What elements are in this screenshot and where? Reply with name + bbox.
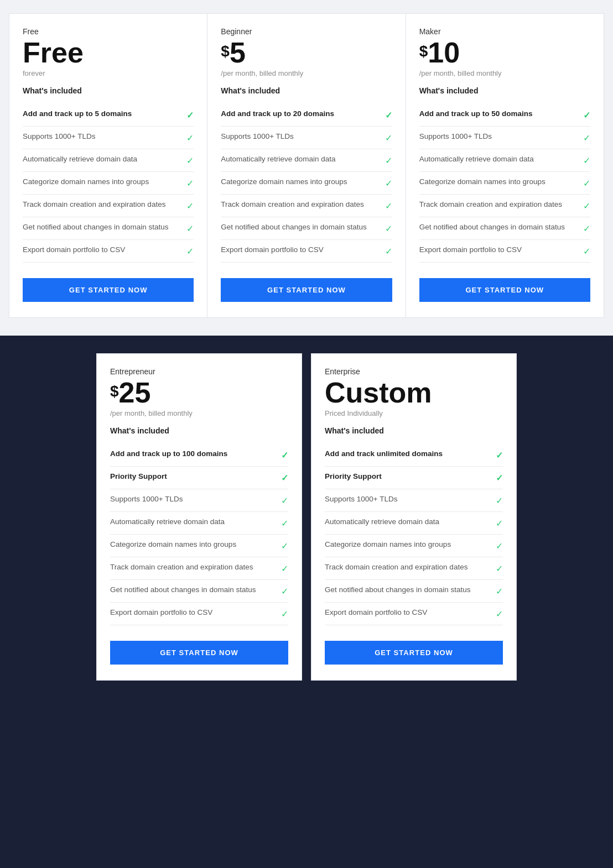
check-icon: ✓ — [281, 450, 288, 461]
check-icon: ✓ — [583, 201, 590, 211]
maker-plan-subtitle: /per month, billed monthly — [419, 69, 590, 77]
entrepreneur-feature-2: Priority Support ✓ — [110, 467, 288, 489]
entrepreneur-plan-subtitle: /per month, billed monthly — [110, 409, 288, 417]
enterprise-feature-5: Categorize domain names into groups ✓ — [325, 535, 503, 557]
enterprise-whats-included: What's included — [325, 426, 503, 437]
enterprise-feature-6: Track domain creation and expiration dat… — [325, 557, 503, 580]
check-icon: ✓ — [496, 586, 503, 597]
beginner-currency: $ — [221, 44, 230, 59]
check-icon: ✓ — [583, 246, 590, 257]
maker-currency: $ — [419, 44, 428, 59]
enterprise-plan-label: Enterprise — [325, 367, 503, 376]
check-icon: ✓ — [496, 563, 503, 574]
check-icon: ✓ — [385, 223, 392, 234]
entrepreneur-feature-7: Get notified about changes in domain sta… — [110, 580, 288, 603]
check-icon: ✓ — [385, 110, 392, 121]
check-icon: ✓ — [385, 133, 392, 143]
entrepreneur-feature-3: Supports 1000+ TLDs ✓ — [110, 489, 288, 512]
free-plan-subtitle: forever — [23, 69, 194, 77]
free-feature-1: Add and track up to 5 domains ✓ — [23, 104, 194, 127]
entrepreneur-currency: $ — [110, 384, 119, 399]
free-plan-price: Free — [23, 38, 194, 67]
free-feature-3: Automatically retrieve domain data ✓ — [23, 149, 194, 172]
entrepreneur-feature-5: Categorize domain names into groups ✓ — [110, 535, 288, 557]
free-feature-2: Supports 1000+ TLDs ✓ — [23, 127, 194, 149]
free-whats-included: What's included — [23, 86, 194, 97]
free-feature-7: Export domain portfolio to CSV ✓ — [23, 240, 194, 263]
maker-feature-5: Track domain creation and expiration dat… — [419, 195, 590, 217]
beginner-feature-6: Get notified about changes in domain sta… — [221, 217, 392, 240]
free-feature-5: Track domain creation and expiration dat… — [23, 195, 194, 217]
enterprise-feature-1: Add and track unlimited domains ✓ — [325, 444, 503, 467]
bottom-section: Entrepreneur $25 /per month, billed mont… — [0, 336, 613, 703]
beginner-plan-subtitle: /per month, billed monthly — [221, 69, 392, 77]
check-icon: ✓ — [281, 473, 288, 483]
entrepreneur-feature-1: Add and track up to 100 domains ✓ — [110, 444, 288, 467]
maker-feature-7: Export domain portfolio to CSV ✓ — [419, 240, 590, 263]
check-icon: ✓ — [496, 609, 503, 619]
maker-feature-3: Automatically retrieve domain data ✓ — [419, 149, 590, 172]
enterprise-get-started-button[interactable]: GET STARTED NOW — [325, 641, 503, 665]
beginner-feature-7: Export domain portfolio to CSV ✓ — [221, 240, 392, 263]
check-icon: ✓ — [385, 201, 392, 211]
check-icon: ✓ — [281, 495, 288, 506]
check-icon: ✓ — [385, 246, 392, 257]
enterprise-card: Enterprise Custom Priced Individually Wh… — [311, 353, 517, 681]
maker-feature-1: Add and track up to 50 domains ✓ — [419, 104, 590, 127]
check-icon: ✓ — [281, 518, 288, 529]
check-icon: ✓ — [496, 541, 503, 551]
beginner-feature-5: Track domain creation and expiration dat… — [221, 195, 392, 217]
maker-feature-4: Categorize domain names into groups ✓ — [419, 172, 590, 195]
check-icon: ✓ — [583, 133, 590, 143]
beginner-feature-1: Add and track up to 20 domains ✓ — [221, 104, 392, 127]
maker-feature-2: Supports 1000+ TLDs ✓ — [419, 127, 590, 149]
check-icon: ✓ — [583, 155, 590, 166]
check-icon: ✓ — [186, 223, 194, 234]
free-feature-list: Add and track up to 5 domains ✓ Supports… — [23, 104, 194, 263]
beginner-feature-list: Add and track up to 20 domains ✓ Support… — [221, 104, 392, 263]
maker-get-started-button[interactable]: GET STARTED NOW — [419, 278, 590, 302]
entrepreneur-plan-price: $25 — [110, 378, 288, 407]
check-icon: ✓ — [496, 473, 503, 483]
check-icon: ✓ — [583, 223, 590, 234]
free-feature-6: Get notified about changes in domain sta… — [23, 217, 194, 240]
check-icon: ✓ — [281, 609, 288, 619]
entrepreneur-feature-list: Add and track up to 100 domains ✓ Priori… — [110, 444, 288, 625]
entrepreneur-feature-8: Export domain portfolio to CSV ✓ — [110, 603, 288, 625]
top-cards-row: Free Free forever What's included Add an… — [9, 13, 604, 318]
beginner-plan-price: $5 — [221, 38, 392, 67]
beginner-feature-2: Supports 1000+ TLDs ✓ — [221, 127, 392, 149]
check-icon: ✓ — [583, 110, 590, 121]
top-section: Free Free forever What's included Add an… — [0, 0, 613, 336]
check-icon: ✓ — [281, 563, 288, 574]
enterprise-feature-4: Automatically retrieve domain data ✓ — [325, 512, 503, 535]
check-icon: ✓ — [186, 178, 194, 189]
check-icon: ✓ — [583, 178, 590, 189]
check-icon: ✓ — [496, 450, 503, 461]
entrepreneur-feature-4: Automatically retrieve domain data ✓ — [110, 512, 288, 535]
beginner-whats-included: What's included — [221, 86, 392, 97]
entrepreneur-feature-6: Track domain creation and expiration dat… — [110, 557, 288, 580]
check-icon: ✓ — [281, 586, 288, 597]
enterprise-plan-subtitle: Priced Individually — [325, 409, 503, 417]
entrepreneur-plan-label: Entrepreneur — [110, 367, 288, 376]
check-icon: ✓ — [281, 541, 288, 551]
maker-card: Maker $10 /per month, billed monthly Wha… — [406, 13, 604, 318]
enterprise-feature-2: Priority Support ✓ — [325, 467, 503, 489]
free-get-started-button[interactable]: GET STARTED NOW — [23, 278, 194, 302]
check-icon: ✓ — [385, 178, 392, 189]
check-icon: ✓ — [385, 155, 392, 166]
maker-feature-6: Get notified about changes in domain sta… — [419, 217, 590, 240]
free-plan-label: Free — [23, 27, 194, 36]
enterprise-feature-8: Export domain portfolio to CSV ✓ — [325, 603, 503, 625]
entrepreneur-get-started-button[interactable]: GET STARTED NOW — [110, 641, 288, 665]
free-feature-4: Categorize domain names into groups ✓ — [23, 172, 194, 195]
maker-whats-included: What's included — [419, 86, 590, 97]
bottom-cards-row: Entrepreneur $25 /per month, billed mont… — [96, 353, 517, 681]
check-icon: ✓ — [186, 201, 194, 211]
beginner-plan-label: Beginner — [221, 27, 392, 36]
beginner-get-started-button[interactable]: GET STARTED NOW — [221, 278, 392, 302]
beginner-feature-4: Categorize domain names into groups ✓ — [221, 172, 392, 195]
enterprise-feature-3: Supports 1000+ TLDs ✓ — [325, 489, 503, 512]
beginner-card: Beginner $5 /per month, billed monthly W… — [207, 13, 406, 318]
